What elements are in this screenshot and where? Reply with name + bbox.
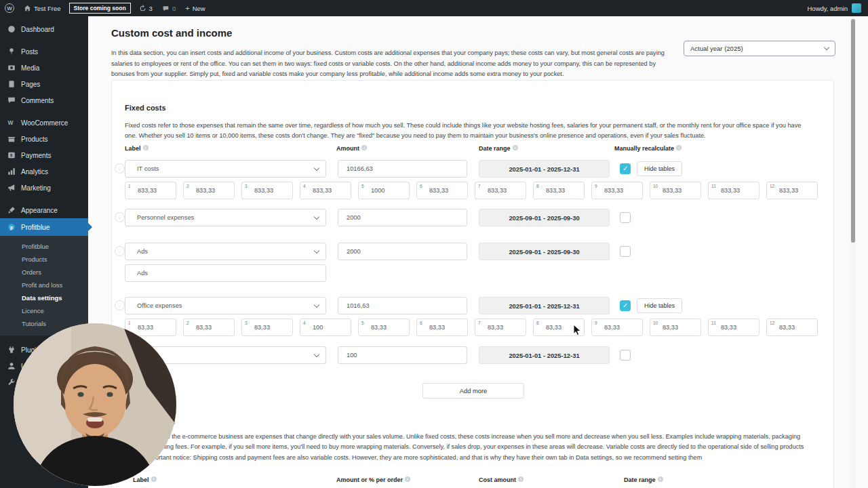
sidebar-item-profitblue[interactable]: p Profitblue	[0, 218, 88, 236]
sidebar-item-pages[interactable]: Pages	[0, 76, 88, 92]
monthly-amount-input[interactable]: 783,33	[475, 319, 526, 336]
submenu-item-products[interactable]: Products	[0, 253, 88, 266]
submenu-item-profit-and-loss[interactable]: Profit and loss	[0, 279, 88, 291]
monthly-amount-input[interactable]: 12833,33	[766, 182, 818, 199]
new-content-button[interactable]: + New	[180, 0, 210, 16]
monthly-amount-input[interactable]: 11833,33	[708, 182, 760, 199]
monthly-amount-input[interactable]: 4833,33	[300, 182, 351, 199]
info-icon[interactable]	[513, 145, 518, 150]
info-icon[interactable]	[658, 476, 663, 482]
info-icon[interactable]	[151, 476, 157, 482]
amount-input[interactable]	[338, 346, 467, 364]
monthly-amount-input[interactable]: 1833,33	[125, 182, 176, 199]
info-icon[interactable]	[361, 145, 367, 150]
wrench-icon	[7, 378, 16, 386]
site-link[interactable]: Test Free	[19, 0, 66, 16]
remove-row-button[interactable]	[115, 246, 125, 256]
monthly-amount-input[interactable]: 8833,33	[533, 182, 585, 199]
date-range-button[interactable]: 2025-01-01 - 2025-12-31	[479, 297, 610, 314]
recalculate-checkbox[interactable]	[620, 163, 631, 174]
recalculate-checkbox[interactable]	[620, 246, 631, 257]
comments-button[interactable]: 0	[157, 0, 180, 16]
info-icon[interactable]	[143, 145, 149, 150]
date-range-button[interactable]: 2025-09-01 - 2025-09-30	[479, 243, 610, 260]
sidebar-item-media[interactable]: Media	[0, 60, 88, 76]
sidebar-item-products[interactable]: Products	[0, 131, 88, 147]
sidebar-item-woocommerce[interactable]: W WooCommerce	[0, 115, 88, 131]
add-more-button[interactable]: Add more	[422, 383, 524, 399]
cost-label-select[interactable]: IT costs	[125, 160, 326, 178]
monthly-amount-input[interactable]: 2833,33	[183, 182, 235, 199]
monthly-amount-input[interactable]: 7833,33	[475, 182, 526, 199]
monthly-amount-input[interactable]: 683,33	[416, 319, 468, 336]
remove-row-button[interactable]	[115, 163, 125, 174]
submenu-item-profitblue[interactable]: Profitblue	[0, 240, 88, 253]
amount-input[interactable]	[338, 160, 467, 178]
amount-input[interactable]	[338, 297, 467, 314]
remove-row-button[interactable]	[115, 300, 125, 310]
monthly-amount-input[interactable]: 6833,33	[416, 182, 468, 199]
monthly-amount-input[interactable]: 1283,33	[766, 319, 818, 336]
month-number: 11	[711, 184, 716, 188]
month-value: 833,33	[138, 187, 157, 194]
update-icon	[139, 5, 146, 12]
howdy-account[interactable]: Howdy, admin	[808, 5, 848, 12]
amount-input[interactable]	[338, 243, 467, 260]
monthly-amount-input[interactable]: 51000	[358, 182, 410, 199]
recalculate-checkbox[interactable]	[620, 212, 631, 223]
monthly-amount-input[interactable]: 983,33	[591, 319, 643, 336]
cost-label-select[interactable]: Personnel expenses	[125, 209, 326, 226]
hide-tables-button[interactable]: Hide tables	[637, 161, 682, 176]
scrollbar-track[interactable]	[850, 16, 856, 488]
column-header-date-range: Date range	[479, 145, 518, 152]
submenu-item-data-settings[interactable]: Data settings	[0, 291, 88, 304]
remove-row-button[interactable]	[115, 212, 125, 222]
recalculate-checkbox[interactable]	[620, 300, 631, 311]
monthly-amount-input[interactable]: 383,33	[241, 319, 293, 336]
monthly-amount-input[interactable]: 1183,33	[708, 319, 760, 336]
date-range-button[interactable]: 2025-01-01 - 2025-12-31	[479, 160, 610, 178]
month-value: 833,33	[488, 187, 507, 194]
submenu-item-licence[interactable]: Licence	[0, 304, 88, 317]
hide-tables-button[interactable]: Hide tables	[637, 298, 682, 313]
cost-label-select[interactable]: Office expenses	[125, 297, 326, 314]
month-number: 3	[245, 184, 248, 188]
recalculate-checkbox[interactable]	[620, 350, 631, 361]
month-value: 833,33	[196, 187, 215, 194]
year-filter-select[interactable]: Actual year (2025)	[684, 41, 835, 56]
user-avatar[interactable]	[852, 3, 861, 13]
profitblue-submenu: Profitblue Products Orders Profit and lo…	[0, 236, 88, 336]
sidebar-item-analytics[interactable]: Analytics	[0, 163, 88, 180]
wordpress-menu[interactable]: W	[0, 0, 19, 16]
monthly-amount-input[interactable]: 10833,33	[650, 182, 701, 199]
month-number: 5	[361, 184, 364, 188]
monthly-amount-input[interactable]: 583,33	[358, 319, 410, 336]
sidebar-item-marketing[interactable]: Marketing	[0, 180, 88, 196]
date-range-button[interactable]: 2025-09-01 - 2025-09-30	[479, 209, 610, 226]
amount-input[interactable]	[338, 209, 467, 226]
date-range-button[interactable]: 2025-01-01 - 2025-12-31	[479, 346, 610, 364]
updates-button[interactable]: 3	[134, 0, 157, 16]
sidebar-item-dashboard[interactable]: Dashboard	[0, 21, 88, 37]
info-icon[interactable]	[676, 145, 682, 150]
scrollbar-thumb[interactable]	[851, 19, 855, 243]
fixed-costs-heading: Fixed costs	[125, 104, 166, 112]
sidebar-item-appearance[interactable]: Appearance	[0, 202, 88, 218]
screen: W Test Free Store coming soon 3 0 + New …	[0, 0, 868, 488]
sidebar-item-posts[interactable]: Posts	[0, 43, 88, 60]
monthly-amount-input[interactable]: 1083,33	[650, 319, 701, 336]
monthly-amount-input[interactable]: 3833,33	[241, 182, 293, 199]
sidebar-item-payments[interactable]: $ Payments	[0, 147, 88, 163]
cost-label-select[interactable]: Ads	[125, 243, 326, 260]
monthly-amount-input[interactable]: 4100	[300, 319, 351, 336]
submenu-item-orders[interactable]: Orders	[0, 266, 88, 279]
monthly-amount-input[interactable]: 9833,33	[591, 182, 643, 199]
sidebar-item-comments[interactable]: Comments	[0, 92, 88, 108]
info-icon[interactable]	[405, 476, 410, 482]
custom-label-row	[125, 264, 830, 282]
monthly-amount-input[interactable]: 283,33	[183, 319, 235, 336]
new-label: New	[193, 5, 205, 12]
column-header-cost-amount: Cost amount	[479, 476, 524, 483]
custom-label-input[interactable]	[125, 264, 326, 282]
info-icon[interactable]	[518, 476, 524, 482]
